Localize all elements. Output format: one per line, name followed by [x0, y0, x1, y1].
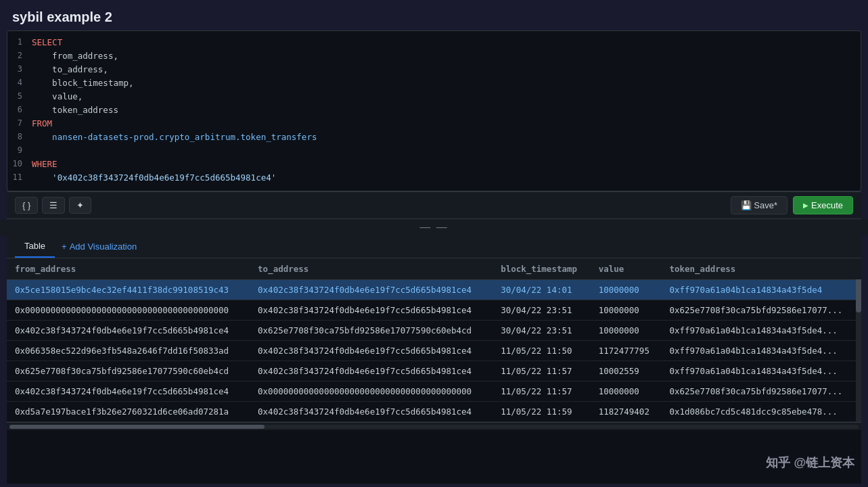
cell-to_address: 0x402c38f343724f0db4e6e19f7cc5d665b4981c… — [250, 361, 493, 381]
cell-value: 10000000 — [591, 280, 662, 300]
line-number: 9 — [7, 145, 32, 155]
cell-to_address: 0x402c38f343724f0db4e6e19f7cc5d665b4981c… — [250, 300, 493, 321]
line-number: 10 — [7, 159, 32, 168]
cell-token_address: 0xff970a61a04b1ca14834a43f5de4... — [661, 341, 861, 361]
cell-from_address: 0x00000000000000000000000000000000000000… — [7, 300, 250, 321]
line-code: nansen-datasets-prod.crypto_arbitrum.tok… — [32, 132, 317, 142]
cell-value: 1182749402 — [591, 402, 662, 422]
cell-block_timestamp: 30/04/22 23:51 — [493, 300, 591, 321]
page-title: sybil example 2 — [12, 9, 856, 25]
cell-from_address: 0x5ce158015e9bc4ec32ef4411f38dc99108519c… — [7, 280, 250, 300]
code-line: 3 to_address, — [7, 64, 861, 77]
play-icon: ▶ — [803, 202, 808, 209]
cell-from_address: 0x402c38f343724f0db4e6e19f7cc5d665b4981c… — [7, 321, 250, 341]
line-number: 6 — [7, 105, 32, 114]
data-table-container[interactable]: from_address to_address block_timestamp … — [7, 258, 861, 422]
cell-from_address: 0x625e7708f30ca75bfd92586e17077590c60eb4… — [7, 361, 250, 381]
col-header-from_address[interactable]: from_address — [7, 258, 250, 280]
code-line: 10WHERE — [7, 158, 861, 172]
result-tabs: Table + Add Visualization — [7, 235, 861, 258]
table-view-button[interactable]: ☰ — [42, 197, 65, 214]
line-number: 5 — [7, 91, 32, 101]
handle-icon: — — — [419, 221, 448, 233]
execute-button[interactable]: ▶ Execute — [793, 196, 853, 214]
tab-table-label: Table — [24, 241, 45, 251]
line-code: token_address — [32, 105, 118, 115]
line-number: 1 — [7, 37, 32, 47]
col-header-value[interactable]: value — [591, 258, 662, 280]
execute-label: Execute — [811, 200, 843, 210]
col-header-to_address[interactable]: to_address — [250, 258, 493, 280]
json-format-button[interactable]: { } — [15, 197, 38, 214]
cell-to_address: 0x00000000000000000000000000000000000000… — [250, 381, 493, 402]
table-header-row: from_address to_address block_timestamp … — [7, 258, 861, 280]
table-row[interactable]: 0xd5a7e197bace1f3b26e2760321d6ce06ad0728… — [7, 402, 861, 422]
line-code: value, — [32, 91, 83, 101]
cell-value: 1172477795 — [591, 341, 662, 361]
line-number: 8 — [7, 132, 32, 141]
cell-token_address: 0x625e7708f30ca75bfd92586e17077... — [661, 381, 861, 402]
table-row[interactable]: 0x402c38f343724f0db4e6e19f7cc5d665b4981c… — [7, 381, 861, 402]
app-header: sybil example 2 — [0, 0, 868, 30]
cell-token_address: 0xff970a61a04b1ca14834a43f5de4... — [661, 321, 861, 341]
line-code: FROM — [32, 118, 52, 129]
cell-token_address: 0xff970a61a04b1ca14834a43f5de4 — [661, 280, 861, 300]
horizontal-scrollbar[interactable] — [7, 422, 861, 430]
table-row[interactable]: 0x00000000000000000000000000000000000000… — [7, 300, 861, 321]
cell-from_address: 0x402c38f343724f0db4e6e19f7cc5d665b4981c… — [7, 381, 250, 402]
data-table: from_address to_address block_timestamp … — [7, 258, 861, 422]
star-button[interactable]: ✦ — [69, 197, 91, 214]
code-line: 4 block_timestamp, — [7, 77, 861, 91]
code-line: 6 token_address — [7, 104, 861, 118]
table-row[interactable]: 0x066358ec522d96e3fb548a2646f7dd16f50833… — [7, 341, 861, 361]
cell-block_timestamp: 30/04/22 23:51 — [493, 321, 591, 341]
cell-block_timestamp: 11/05/22 11:57 — [493, 361, 591, 381]
cell-block_timestamp: 11/05/22 11:57 — [493, 381, 591, 402]
line-number: 3 — [7, 64, 32, 74]
table-row[interactable]: 0x625e7708f30ca75bfd92586e17077590c60eb4… — [7, 361, 861, 381]
code-line: 5 value, — [7, 91, 861, 104]
cell-from_address: 0xd5a7e197bace1f3b26e2760321d6ce06ad0728… — [7, 402, 250, 422]
add-visualization-button[interactable]: + Add Visualization — [55, 236, 143, 257]
code-line: 8 nansen-datasets-prod.crypto_arbitrum.t… — [7, 131, 861, 145]
cell-token_address: 0xff970a61a04b1ca14834a43f5de4... — [661, 361, 861, 381]
cell-block_timestamp: 11/05/22 11:59 — [493, 402, 591, 422]
code-editor[interactable]: 1SELECT2 from_address,3 to_address,4 blo… — [7, 30, 861, 191]
main-layout: 1SELECT2 from_address,3 to_address,4 blo… — [0, 30, 868, 484]
line-code: WHERE — [32, 159, 58, 169]
line-code: from_address, — [32, 51, 118, 61]
line-code: block_timestamp, — [32, 78, 134, 88]
cell-token_address: 0x625e7708f30ca75bfd92586e17077... — [661, 300, 861, 321]
code-line: 11 '0x402c38f343724f0db4e6e19f7cc5d665b4… — [7, 172, 861, 185]
editor-toolbar: { } ☰ ✦ 💾 Save* ▶ Execute — [7, 191, 861, 219]
line-number: 2 — [7, 51, 32, 60]
cell-value: 10000000 — [591, 321, 662, 341]
save-label: Save* — [754, 200, 777, 210]
cell-value: 10000000 — [591, 381, 662, 402]
col-header-token_address[interactable]: token_address — [661, 258, 861, 280]
table-row[interactable]: 0x402c38f343724f0db4e6e19f7cc5d665b4981c… — [7, 321, 861, 341]
code-line: 2 from_address, — [7, 50, 861, 64]
table-row[interactable]: 0x5ce158015e9bc4ec32ef4411f38dc99108519c… — [7, 280, 861, 300]
line-number: 11 — [7, 172, 32, 182]
toolbar-left: { } ☰ ✦ — [15, 197, 91, 214]
line-code: '0x402c38f343724f0db4e6e19f7cc5d665b4981… — [32, 172, 276, 183]
h-scrollbar-track — [9, 425, 859, 429]
plus-icon: + — [62, 241, 67, 252]
add-viz-label: Add Visualization — [70, 241, 137, 252]
line-number: 7 — [7, 118, 32, 128]
save-button[interactable]: 💾 Save* — [731, 196, 787, 214]
save-icon: 💾 — [741, 200, 752, 210]
line-number: 4 — [7, 78, 32, 87]
code-lines: 1SELECT2 from_address,3 to_address,4 blo… — [7, 37, 861, 185]
cell-to_address: 0x625e7708f30ca75bfd92586e17077590c60eb4… — [250, 321, 493, 341]
vertical-scrollbar[interactable] — [856, 258, 861, 422]
cell-to_address: 0x402c38f343724f0db4e6e19f7cc5d665b4981c… — [250, 402, 493, 422]
h-scrollbar-thumb[interactable] — [9, 425, 265, 429]
cell-token_address: 0x1d086bc7cd5c481dcc9c85ebe478... — [661, 402, 861, 422]
results-area: Table + Add Visualization from_address t… — [7, 235, 861, 484]
col-header-block_timestamp[interactable]: block_timestamp — [493, 258, 591, 280]
code-line: 7FROM — [7, 118, 861, 131]
tab-table[interactable]: Table — [15, 235, 55, 258]
resize-handle[interactable]: — — — [0, 219, 868, 235]
